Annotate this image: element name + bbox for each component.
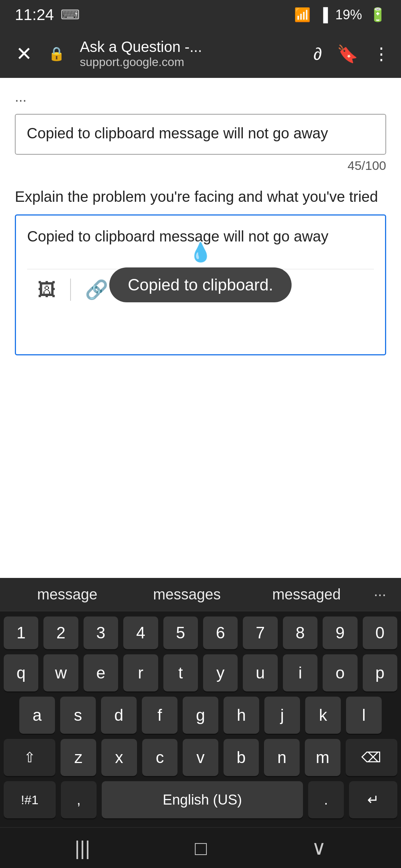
key-w[interactable]: w bbox=[43, 654, 78, 691]
status-bar-right: 📶 ▐ 19% 🔋 bbox=[294, 7, 386, 23]
back-button[interactable]: ||| bbox=[75, 836, 90, 859]
more-options-button[interactable]: ⋮ bbox=[373, 44, 390, 64]
char-count: 45/100 bbox=[15, 158, 386, 173]
close-button[interactable]: ✕ bbox=[11, 43, 37, 65]
symbols-key[interactable]: !#1 bbox=[4, 781, 56, 818]
signal-icon: ▐ bbox=[318, 7, 328, 23]
battery-icon: 🔋 bbox=[369, 7, 386, 23]
status-bar: 11:24 ⌨ 📶 ▐ 19% 🔋 bbox=[0, 0, 401, 30]
key-a[interactable]: a bbox=[19, 697, 55, 734]
number-row: 1 2 3 4 5 6 7 8 9 0 bbox=[4, 617, 397, 649]
key-s[interactable]: s bbox=[60, 697, 96, 734]
key-1[interactable]: 1 bbox=[4, 617, 38, 649]
battery-text: 19% bbox=[335, 7, 362, 23]
summary-input-box[interactable]: Copied to clipboard message will not go … bbox=[15, 114, 386, 155]
status-time: 11:24 bbox=[15, 6, 54, 24]
key-0[interactable]: 0 bbox=[363, 617, 397, 649]
browser-toolbar: ✕ 🔒 Ask a Question -... support.google.c… bbox=[0, 30, 401, 78]
backspace-key[interactable]: ⌫ bbox=[346, 739, 397, 776]
key-6[interactable]: 6 bbox=[203, 617, 238, 649]
key-f[interactable]: f bbox=[142, 697, 177, 734]
keyboard-area: message messages messaged ··· 1 2 3 4 5 … bbox=[0, 578, 401, 868]
autocomplete-item-2[interactable]: messages bbox=[127, 582, 247, 606]
nav-bar: ||| □ ∨ bbox=[0, 827, 401, 868]
share-button[interactable]: ∂ bbox=[313, 44, 322, 64]
key-i[interactable]: i bbox=[283, 654, 317, 691]
section-label: Explain the problem you're facing and wh… bbox=[15, 186, 386, 207]
key-d[interactable]: d bbox=[101, 697, 137, 734]
summary-input-text: Copied to clipboard message will not go … bbox=[27, 125, 328, 141]
page-title: Ask a Question -... bbox=[80, 39, 302, 55]
bookmark-button[interactable]: 🔖 bbox=[337, 44, 358, 64]
key-e[interactable]: e bbox=[84, 654, 118, 691]
keyboard-rows: 1 2 3 4 5 6 7 8 9 0 q w e r t y u i o p … bbox=[0, 611, 401, 827]
minimize-button[interactable]: ∨ bbox=[312, 836, 326, 859]
key-8[interactable]: 8 bbox=[283, 617, 317, 649]
autocomplete-item-1[interactable]: message bbox=[7, 582, 127, 606]
key-p[interactable]: p bbox=[363, 654, 397, 691]
key-m[interactable]: m bbox=[305, 739, 340, 776]
key-v[interactable]: v bbox=[183, 739, 218, 776]
truncated-top-text: ... bbox=[15, 89, 386, 105]
key-z[interactable]: z bbox=[61, 739, 96, 776]
lock-icon: 🔒 bbox=[48, 46, 65, 62]
toolbar-actions: ∂ 🔖 ⋮ bbox=[313, 44, 390, 64]
key-y[interactable]: y bbox=[203, 654, 238, 691]
autocomplete-item-3[interactable]: messaged bbox=[247, 582, 366, 606]
textarea-text: Copied to clipboard message will not go … bbox=[27, 228, 329, 244]
bottom-row: !#1 , English (US) . ↵ bbox=[4, 781, 397, 818]
key-q[interactable]: q bbox=[4, 654, 38, 691]
key-4[interactable]: 4 bbox=[123, 617, 158, 649]
autocomplete-more[interactable]: ··· bbox=[366, 582, 394, 606]
key-u[interactable]: u bbox=[243, 654, 277, 691]
key-n[interactable]: n bbox=[264, 739, 300, 776]
key-h[interactable]: h bbox=[224, 697, 259, 734]
asdf-row: a s d f g h j k l bbox=[4, 697, 397, 734]
key-5[interactable]: 5 bbox=[163, 617, 198, 649]
address-bar[interactable]: Ask a Question -... support.google.com bbox=[80, 39, 302, 69]
key-g[interactable]: g bbox=[183, 697, 218, 734]
wifi-icon: 📶 bbox=[294, 7, 311, 23]
autocomplete-row: message messages messaged ··· bbox=[0, 578, 401, 611]
key-k[interactable]: k bbox=[305, 697, 341, 734]
key-o[interactable]: o bbox=[323, 654, 357, 691]
key-7[interactable]: 7 bbox=[243, 617, 277, 649]
home-button[interactable]: □ bbox=[195, 836, 207, 859]
toolbar-divider bbox=[70, 279, 71, 301]
key-t[interactable]: t bbox=[163, 654, 198, 691]
key-2[interactable]: 2 bbox=[43, 617, 78, 649]
status-bar-left: 11:24 ⌨ bbox=[15, 6, 80, 24]
zxcv-row: ⇧ z x c v b n m ⌫ bbox=[4, 739, 397, 776]
key-c[interactable]: c bbox=[142, 739, 178, 776]
problem-textarea[interactable]: Copied to clipboard message will not go … bbox=[15, 214, 386, 355]
space-key[interactable]: English (US) bbox=[102, 781, 303, 818]
page-content: ... Copied to clipboard message will not… bbox=[0, 78, 401, 355]
key-j[interactable]: j bbox=[264, 697, 300, 734]
key-r[interactable]: r bbox=[123, 654, 158, 691]
key-b[interactable]: b bbox=[224, 739, 259, 776]
key-l[interactable]: l bbox=[346, 697, 382, 734]
keyboard-status-icon: ⌨ bbox=[61, 7, 80, 23]
key-3[interactable]: 3 bbox=[84, 617, 118, 649]
qwerty-row: q w e r t y u i o p bbox=[4, 654, 397, 691]
period-key[interactable]: . bbox=[308, 781, 344, 818]
insert-image-button[interactable]: 🖼 bbox=[27, 275, 66, 304]
enter-key[interactable]: ↵ bbox=[349, 781, 397, 818]
comma-key[interactable]: , bbox=[61, 781, 97, 818]
cursor-drop-indicator: 💧 bbox=[189, 241, 212, 263]
clipboard-toast: Copied to clipboard. bbox=[109, 267, 291, 302]
shift-key[interactable]: ⇧ bbox=[4, 739, 55, 776]
page-domain: support.google.com bbox=[80, 55, 302, 69]
key-x[interactable]: x bbox=[101, 739, 137, 776]
key-9[interactable]: 9 bbox=[323, 617, 357, 649]
